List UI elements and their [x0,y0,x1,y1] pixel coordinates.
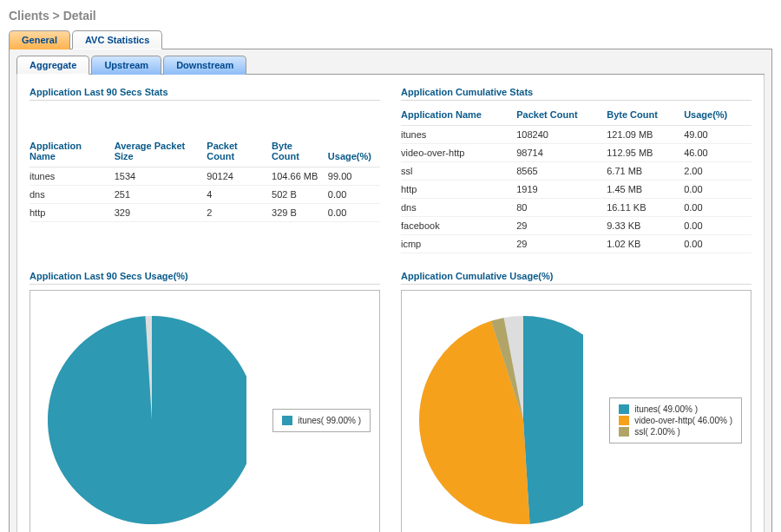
cell: video-over-http [401,144,516,162]
cell: 0.00 [684,217,751,235]
secondary-tab-upstream[interactable]: Upstream [91,56,161,75]
cell: 0.00 [684,199,751,217]
cell: 251 [115,186,207,204]
cell: 29 [516,235,607,253]
cell: 90124 [207,167,272,186]
pie-slice [48,316,246,524]
secondary-tab-aggregate[interactable]: Aggregate [16,56,89,75]
secondary-tab-downstream[interactable]: Downstream [163,56,246,75]
cell: 2.00 [684,162,751,181]
chart-legend: itunes( 99.00% ) [272,409,371,432]
cell: 4 [207,186,272,204]
cell: 8565 [516,162,607,181]
chart-legend: itunes( 49.00% )video-over-http( 46.00% … [609,397,742,443]
cell: 49.00 [684,126,751,144]
cumulative-chart: itunes( 49.00% )video-over-http( 46.00% … [401,290,751,532]
cell: 104.66 MB [272,167,328,186]
table-row: http3292329 B0.00 [30,204,380,222]
legend-label: video-over-http( 46.00% ) [634,416,732,425]
cell: dns [30,186,115,204]
cell: 1.45 MB [607,181,684,199]
column-header: Usage(%) [684,104,751,126]
primary-tab-row: GeneralAVC Statistics [9,30,772,49]
legend-row: itunes( 99.00% ) [282,415,361,426]
cell: 9.33 KB [607,217,684,235]
cell: 0.00 [684,181,751,199]
cell: 329 B [272,204,328,222]
cell: dns [401,199,516,217]
cell: 502 B [272,186,328,204]
section-title-left-chart: Application Last 90 Secs Usage(%) [30,271,380,285]
pie-chart [410,307,583,532]
cell: itunes [30,167,115,186]
cell: 0.00 [328,204,380,222]
cell: 0.00 [684,235,751,253]
cell: 329 [115,204,207,222]
section-title-right-chart: Application Cumulative Usage(%) [401,271,751,285]
cell: 46.00 [684,144,751,162]
outer-panel: AggregateUpstreamDownstream Application … [9,49,772,532]
inner-panel: Application Last 90 Secs Stats Applicati… [16,75,765,532]
cell: itunes [401,126,516,144]
table-row: itunes153490124104.66 MB99.00 [30,167,380,186]
table-row: video-over-http98714112.95 MB46.00 [401,144,751,162]
last-90-table: Application NameAverage Packet SizePacke… [30,135,380,222]
column-header: Average Packet Size [115,135,207,167]
secondary-tab-row: AggregateUpstreamDownstream [16,55,765,75]
cell: 99.00 [328,167,380,186]
legend-label: ssl( 2.00% ) [634,427,680,437]
cell: http [401,181,516,199]
pie-chart [39,307,246,532]
cell: ssl [401,162,516,181]
cell: 108240 [516,126,607,144]
legend-swatch [619,427,629,437]
cell: icmp [401,235,516,253]
cell: 29 [516,217,607,235]
column-header: Usage(%) [328,135,380,167]
cell: 121.09 MB [607,126,684,144]
column-header: Byte Count [607,104,684,126]
legend-swatch [282,416,292,425]
cell: 1919 [516,181,607,199]
pie-slice [523,316,583,524]
table-row: dns8016.11 KB0.00 [401,199,751,217]
cell: 1534 [115,167,207,186]
cell: 98714 [516,144,607,162]
cell: http [30,204,115,222]
cell: 0.00 [328,186,380,204]
cell: 80 [516,199,607,217]
primary-tab-general[interactable]: General [9,30,70,49]
cell: 112.95 MB [607,144,684,162]
section-title-left-table: Application Last 90 Secs Stats [30,87,380,101]
table-row: icmp291.02 KB0.00 [401,235,751,253]
legend-swatch [619,416,629,425]
column-header: Packet Count [516,104,607,126]
table-row: http19191.45 MB0.00 [401,181,751,199]
primary-tab-avc-statistics[interactable]: AVC Statistics [72,30,162,49]
legend-swatch [619,404,629,414]
cell: 1.02 KB [607,235,684,253]
legend-row: itunes( 49.00% ) [619,404,732,415]
breadcrumb: Clients > Detail [9,9,772,23]
cell: 2 [207,204,272,222]
legend-label: itunes( 49.00% ) [634,404,698,414]
section-title-right-table: Application Cumulative Stats [401,87,751,101]
last-90-chart: itunes( 99.00% ) [30,290,380,532]
cell: 16.11 KB [607,199,684,217]
column-header: Byte Count [272,135,328,167]
legend-label: itunes( 99.00% ) [298,416,361,425]
legend-row: ssl( 2.00% ) [619,426,732,437]
column-header: Packet Count [207,135,272,167]
table-row: dns2514502 B0.00 [30,186,380,204]
column-header: Application Name [30,135,115,167]
column-header: Application Name [401,104,516,126]
table-row: itunes108240121.09 MB49.00 [401,126,751,144]
cumulative-table: Application NamePacket CountByte CountUs… [401,104,751,253]
cell: facebook [401,217,516,235]
cell: 6.71 MB [607,162,684,181]
table-row: ssl85656.71 MB2.00 [401,162,751,181]
legend-row: video-over-http( 46.00% ) [619,415,732,426]
table-row: facebook299.33 KB0.00 [401,217,751,235]
